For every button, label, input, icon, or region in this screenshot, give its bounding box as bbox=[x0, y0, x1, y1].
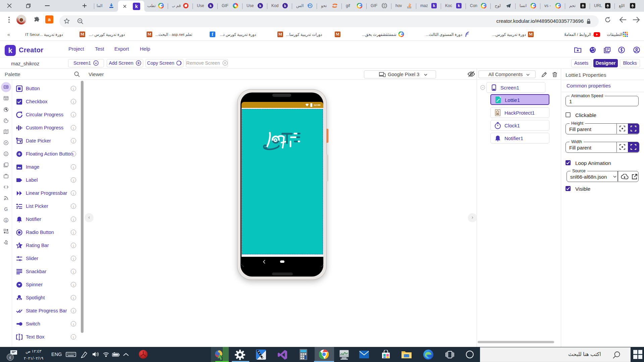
svg-text:G: G bbox=[4, 207, 8, 212]
svg-text:$: $ bbox=[5, 219, 7, 222]
